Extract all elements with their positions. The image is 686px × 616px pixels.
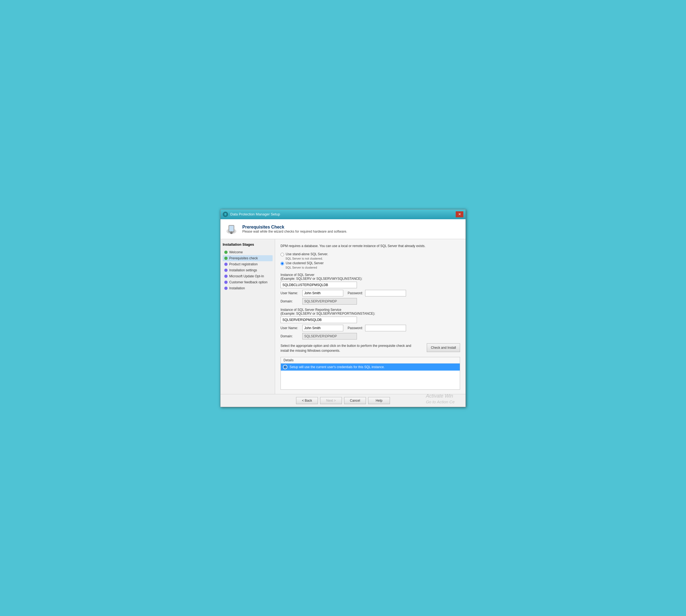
sidebar-label-prerequisites: Prerequisites check [229,256,258,260]
sidebar-label-installation: Installation [229,286,245,290]
main-panel: DPM requires a database. You can use a l… [275,239,466,394]
sidebar-label-ms-update: Microsoft Update Opt-In [229,274,264,278]
radio-clustered-sublabel: SQL Server is clustered [285,266,460,269]
dot-install-settings [224,269,228,272]
dot-installation [224,287,228,290]
main-window: Data Protection Manager Setup ✕ Prerequi… [220,209,466,407]
page-title: Prerequisites Check [242,225,347,229]
sidebar-label-product-reg: Product registration [229,262,258,266]
sidebar-label-customer-feedback: Customer feedback option [229,280,267,284]
radio-clustered-option: Use clustered SQL Server [280,261,460,265]
sql-password-input[interactable] [365,290,406,296]
action-row: Select the appropriate option and click … [280,343,460,353]
ssrs-username-input[interactable] [302,325,343,331]
sql-instance-label: Instance of SQL Server (Example: SQLSERV… [280,273,460,281]
page-subtitle: Please wait while the wizard checks for … [242,229,347,234]
radio-standalone-option: Use stand-alone SQL Server. [280,252,460,256]
sql-server-type-group: Use stand-alone SQL Server. SQL Server i… [280,252,460,269]
sidebar: Installation Stages Welcome Prerequisite… [220,239,275,394]
page-header: Prerequisites Check Please wait while th… [220,219,466,239]
ssrs-username-label: User Name: [280,326,300,330]
header-icon [225,222,238,236]
footer: < Back Next > Cancel Help Activate WinGo… [220,394,466,407]
ssrs-instance-input[interactable] [280,316,357,323]
sql-instance-section: Instance of SQL Server (Example: SQLSERV… [280,273,460,305]
content-area: Installation Stages Welcome Prerequisite… [220,239,466,394]
title-bar-left: Data Protection Manager Setup [223,212,280,217]
help-button[interactable]: Help [368,397,390,404]
ssrs-domain-input[interactable] [302,333,357,339]
ssrs-section: Instance of SQL Server Reporting Service… [280,308,460,339]
header-text: Prerequisites Check Please wait while th… [242,225,347,234]
sidebar-title: Installation Stages [223,242,273,246]
sql-username-input[interactable] [302,290,343,296]
action-text: Select the appropriate option and click … [280,343,417,353]
title-bar: Data Protection Manager Setup ✕ [220,210,466,219]
dot-prerequisites [224,257,228,260]
sidebar-item-installation[interactable]: Installation [223,285,273,291]
watermark: Activate WinGo to Action Ce [426,393,455,405]
details-header: Details [281,357,460,364]
next-button[interactable]: Next > [320,397,342,404]
ssrs-instance-input-row [280,316,460,323]
sidebar-label-install-settings: Installation settings [229,268,257,272]
radio-clustered-label[interactable]: Use clustered SQL Server [286,261,324,265]
dot-product-reg [224,263,228,266]
sql-username-row: User Name: Password: [280,290,460,296]
sidebar-item-welcome[interactable]: Welcome [223,249,273,255]
sql-instance-input-row [280,282,460,288]
radio-standalone-label[interactable]: Use stand-alone SQL Server. [286,252,328,256]
ssrs-domain-row: Domain: [280,333,460,339]
sql-domain-label: Domain: [280,300,300,303]
cancel-button[interactable]: Cancel [344,397,366,404]
dot-customer-feedback [224,281,228,284]
svg-point-5 [231,232,232,234]
intro-text: DPM requires a database. You can use a l… [280,243,460,248]
radio-clustered[interactable] [280,262,284,265]
ssrs-username-row: User Name: Password: [280,325,460,331]
sql-domain-input[interactable] [302,298,357,305]
dot-ms-update [224,274,228,278]
details-message: Setup will use the current user's creden… [290,365,385,369]
window-title: Data Protection Manager Setup [230,212,280,216]
ssrs-password-input[interactable] [365,325,406,331]
sidebar-item-prerequisites[interactable]: Prerequisites check [223,255,273,261]
sidebar-label-welcome: Welcome [229,250,243,254]
sidebar-item-installation-settings[interactable]: Installation settings [223,267,273,273]
sql-instance-input[interactable] [280,282,357,288]
sidebar-item-microsoft-update[interactable]: Microsoft Update Opt-In [223,273,273,279]
app-icon [223,212,228,217]
sql-domain-row: Domain: [280,298,460,305]
info-icon: i [283,365,287,369]
sidebar-item-customer-feedback[interactable]: Customer feedback option [223,279,273,285]
ssrs-domain-label: Domain: [280,334,300,338]
check-install-button[interactable]: Check and Install [427,343,460,352]
close-button[interactable]: ✕ [456,211,463,217]
details-row: i Setup will use the current user's cred… [281,364,460,371]
details-panel: Details i Setup will use the current use… [280,357,460,390]
ssrs-label: Instance of SQL Server Reporting Service… [280,308,460,315]
radio-standalone[interactable] [280,253,284,256]
back-button[interactable]: < Back [296,397,318,404]
svg-rect-3 [229,226,234,231]
sql-username-label: User Name: [280,291,300,295]
sql-password-label: Password: [348,291,363,295]
sidebar-item-product-registration[interactable]: Product registration [223,261,273,267]
dot-welcome [224,250,228,254]
ssrs-password-label: Password: [348,326,363,330]
radio-standalone-sublabel: SQL Server is not clustered. [285,257,460,260]
